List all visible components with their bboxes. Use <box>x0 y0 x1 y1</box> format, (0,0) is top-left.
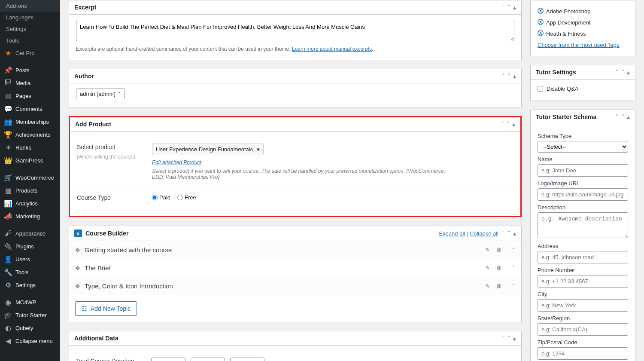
move-down-icon[interactable]: ˅ <box>507 4 510 11</box>
remove-tag-icon[interactable]: ⓧ <box>538 7 544 15</box>
sidebar-item[interactable]: 👑GamiPress <box>0 154 60 167</box>
sidebar-item[interactable]: Tools <box>0 35 60 46</box>
excerpt-textarea[interactable]: Learn How To Build The Perfect Diet & Me… <box>76 20 514 41</box>
sidebar-item[interactable]: ◐Qubely <box>0 321 60 334</box>
sidebar-item[interactable]: Add-ons <box>0 0 60 12</box>
toggle-panel-icon[interactable]: ▴ <box>627 69 630 76</box>
course-type-paid[interactable]: Paid <box>152 194 170 201</box>
move-up-icon[interactable]: ˄ <box>502 335 505 342</box>
product-select[interactable]: User Experience Design Fundamentals▾ <box>152 144 264 155</box>
remove-tag-icon[interactable]: ⓧ <box>538 18 544 26</box>
sidebar-item[interactable]: 🖌Appearance <box>0 227 60 240</box>
expand-all-link[interactable]: Expand all <box>439 230 465 237</box>
sidebar-item[interactable]: 👤Users <box>0 253 60 266</box>
sidebar-label: Users <box>15 256 30 263</box>
move-down-icon[interactable]: ˅ <box>507 230 510 237</box>
sidebar-item[interactable]: Languages <box>0 12 60 23</box>
schema-field-label: Address <box>538 243 628 249</box>
sidebar-item[interactable]: 📊Analytics <box>0 197 60 210</box>
author-select[interactable]: admin (admin)˅ <box>76 89 125 99</box>
sidebar-item[interactable]: ⚙Settings <box>0 278 60 291</box>
toggle-panel-icon[interactable]: ▴ <box>512 121 515 128</box>
sidebar-item[interactable]: 🔧Tools <box>0 266 60 278</box>
sidebar-item[interactable]: 📣Marketing <box>0 210 60 223</box>
toggle-panel-icon[interactable]: ▴ <box>513 230 516 237</box>
schema-input[interactable] <box>538 299 628 312</box>
disable-qa-checkbox[interactable]: Disable Q&A <box>538 85 628 93</box>
move-up-icon[interactable]: ˄ <box>502 73 505 80</box>
sidebar-item[interactable]: ◉MC4WP <box>0 296 60 309</box>
trash-icon[interactable]: 🗑 <box>496 283 501 289</box>
chevron-down-icon[interactable]: ˅ <box>506 260 521 276</box>
drag-icon[interactable]: ✥ <box>75 283 80 290</box>
duration-minutes-input[interactable]: 30▲▼ <box>191 358 225 361</box>
schema-input[interactable] <box>538 323 628 336</box>
sidebar-item[interactable]: ◀Collapse menu <box>0 334 60 347</box>
add-new-topic-button[interactable]: ☷ Add New Topic <box>75 301 137 316</box>
drag-icon[interactable]: ✥ <box>75 247 80 254</box>
sidebar-item[interactable]: Settings <box>0 23 60 35</box>
chevron-down-icon: ▾ <box>257 146 260 153</box>
collapse-all-link[interactable]: Collapse all <box>470 230 498 237</box>
sidebar-item[interactable]: ▦Products <box>0 184 60 197</box>
move-up-icon[interactable]: ˄ <box>502 230 505 237</box>
schema-input[interactable] <box>538 251 628 263</box>
sidebar-item[interactable]: 👥Memberships <box>0 115 60 128</box>
topic-title: Type, Color & Icon Introduction <box>85 282 481 290</box>
trash-icon[interactable]: 🗑 <box>496 247 501 253</box>
sidebar-item[interactable]: 🔌Plugins <box>0 240 60 253</box>
toggle-panel-icon[interactable]: ▴ <box>627 113 630 120</box>
schema-field-label: State/Region <box>538 315 628 321</box>
edit-icon[interactable]: ✎ <box>485 247 490 253</box>
toggle-panel-icon[interactable]: ▴ <box>513 335 516 342</box>
course-builder-icon: ≡ <box>74 229 82 237</box>
toggle-panel-icon[interactable]: ▴ <box>513 4 516 11</box>
schema-input[interactable] <box>538 347 628 360</box>
chevron-down-icon[interactable]: ˅ <box>506 278 521 294</box>
topic-row: ✥The Brief✎🗑˅ <box>69 259 521 277</box>
admin-sidebar: Add-onsLanguagesSettingsTools ★ Get Pro … <box>0 0 60 361</box>
move-up-icon[interactable]: ˄ <box>616 113 619 120</box>
course-type-free[interactable]: Free <box>177 194 196 201</box>
schema-type-select[interactable]: --Select-- <box>538 141 628 153</box>
radio-paid[interactable] <box>152 195 158 200</box>
radio-free[interactable] <box>177 195 183 200</box>
move-down-icon[interactable]: ˅ <box>621 113 624 120</box>
sidebar-item[interactable]: 🎞Media <box>0 76 60 89</box>
drag-icon[interactable]: ✥ <box>75 265 80 272</box>
sidebar-label: Posts <box>15 67 30 73</box>
move-down-icon[interactable]: ˅ <box>621 69 624 76</box>
move-down-icon[interactable]: ˅ <box>507 73 510 80</box>
duration-seconds-input[interactable]: 15▲▼ <box>230 358 264 361</box>
schema-input[interactable] <box>538 188 628 201</box>
move-up-icon[interactable]: ˄ <box>616 69 619 76</box>
metabox-course-builder: ≡ Course Builder Expand all | Collapse a… <box>69 226 522 322</box>
remove-tag-icon[interactable]: ⓧ <box>538 30 544 37</box>
sidebar-item[interactable]: ▤Pages <box>0 89 60 102</box>
chevron-down-icon[interactable]: ˅ <box>506 242 521 258</box>
sidebar-item[interactable]: 🏆Achievements <box>0 128 60 141</box>
move-up-icon[interactable]: ˄ <box>502 4 505 11</box>
schema-input[interactable] <box>538 275 628 288</box>
sidebar-item[interactable]: ✶Ranks <box>0 141 60 154</box>
sidebar-item[interactable]: 🎓Tutor Starter <box>0 309 60 321</box>
move-down-icon[interactable]: ˅ <box>507 121 510 128</box>
sidebar-item[interactable]: 🛒WooCommerce <box>0 171 60 184</box>
schema-input[interactable] <box>538 212 628 238</box>
trash-icon[interactable]: 🗑 <box>496 265 501 271</box>
toggle-panel-icon[interactable]: ▴ <box>513 73 516 80</box>
sidebar-label: Achievements <box>15 132 51 138</box>
sidebar-item[interactable]: 📌Posts <box>0 64 60 76</box>
sidebar-item[interactable]: 💬Comments <box>0 102 60 115</box>
sidebar-item-get-pro[interactable]: ★ Get Pro <box>0 46 60 59</box>
edit-attached-product-link[interactable]: Edit attached Product <box>152 159 201 165</box>
duration-hours-input[interactable]: 04▲▼ <box>151 358 185 361</box>
excerpt-learn-link[interactable]: Learn more about manual excerpts <box>292 46 372 52</box>
edit-icon[interactable]: ✎ <box>485 283 490 289</box>
move-down-icon[interactable]: ˅ <box>507 335 510 342</box>
schema-input[interactable] <box>538 164 628 177</box>
sidebar-label: Appearance <box>15 230 46 237</box>
move-up-icon[interactable]: ˄ <box>501 121 504 128</box>
choose-tags-link[interactable]: Choose from the most used Tags <box>538 42 620 48</box>
edit-icon[interactable]: ✎ <box>485 265 490 271</box>
